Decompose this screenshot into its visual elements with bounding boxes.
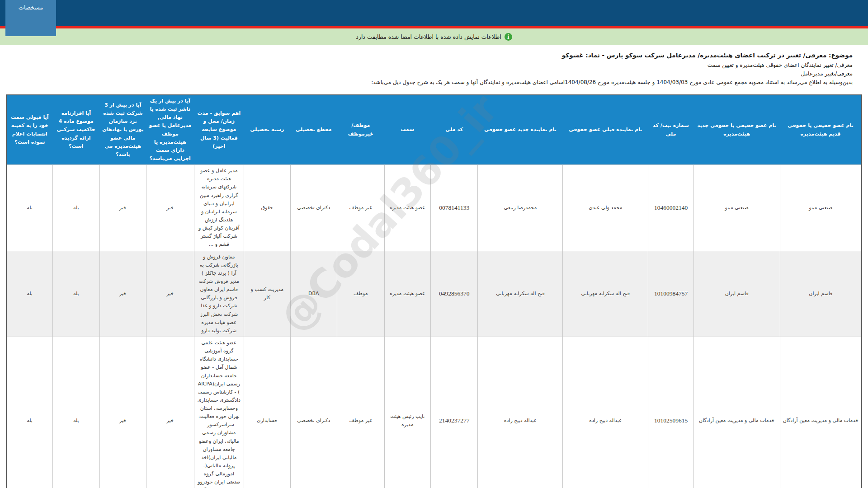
- table-cell: حسابداری: [244, 337, 290, 488]
- table-cell: محمد ولی عیدی: [563, 165, 648, 251]
- table-row: خدمات مالی و مدیریت معین آزادگانخدمات ما…: [6, 337, 862, 488]
- table-cell: فتح اله شکرانه مهربانی: [563, 251, 648, 337]
- table-header-cell: آیا اقرارنامه موضوع ماده 4 حاکمیت شرکتی …: [53, 95, 99, 165]
- table-cell: 10100984757: [648, 251, 693, 337]
- info-icon: i: [505, 33, 512, 41]
- table-cell: 0492856370: [431, 251, 478, 337]
- table-cell: عضو هیئت علمی گروه آموزشی حسابداری دانشگ…: [194, 337, 244, 488]
- table-cell: قاسم ایران: [693, 251, 780, 337]
- table-cell: فتح اله شکرانه مهربانی: [478, 251, 563, 337]
- table-header-cell: مقطع تحصیلی: [290, 95, 337, 165]
- table-cell: بله: [53, 165, 99, 251]
- table-cell: بله: [6, 337, 53, 488]
- top-header-bar: مشخصات: [0, 0, 868, 26]
- table-header-cell: آیا در بیش از یک ناشر ثبت شده یا نهاد ما…: [146, 95, 194, 165]
- info-bar: i اطلاعات نمایش داده شده با اطلاعات امضا…: [0, 28, 868, 45]
- table-cell: بله: [53, 251, 99, 337]
- intro-line-ceo: معرفی/تغییر مدیرعامل: [15, 70, 853, 77]
- table-header-cell: نام نماینده جدید عضو حقوقی: [478, 95, 563, 165]
- table-cell: غیر موظف: [337, 165, 384, 251]
- intro-line-representatives: معرفی/ تغییر نمایندگان اعضای حقوقی هیئت‌…: [15, 62, 853, 68]
- table-cell: بله: [6, 251, 53, 337]
- table-cell: خیر: [99, 165, 146, 251]
- table-cell: غیر موظف: [337, 337, 384, 488]
- table-cell: محمدرضا ربیعی: [478, 165, 563, 251]
- table-cell: موظف: [337, 251, 384, 337]
- table-header-cell: آیا در بیش از 3 شرکت ثبت شده نزد سازمان …: [99, 95, 146, 165]
- table-header-row: نام عضو حقیقی یا حقوقی قدیم هیئت‌مدیرهنا…: [6, 95, 862, 165]
- board-members-table: نام عضو حقیقی یا حقوقی قدیم هیئت‌مدیرهنا…: [6, 94, 862, 488]
- table-cell: بله: [6, 165, 53, 251]
- table-header-cell: کد ملی: [431, 95, 478, 165]
- table-header-cell: سمت: [384, 95, 430, 165]
- table-header-cell: اهم سوابق - مدت زمان/ محل و موضوع سابقه …: [194, 95, 244, 165]
- table-cell: DBA: [290, 251, 337, 337]
- table-cell: صنعتی مینو: [780, 165, 862, 251]
- table-cell: صنعتی مینو: [693, 165, 780, 251]
- table-cell: دکترای تخصصی: [290, 165, 337, 251]
- table-row: قاسم ایرانقاسم ایران10100984757فتح اله ش…: [6, 251, 862, 337]
- board-members-table-wrapper: نام عضو حقیقی یا حقوقی قدیم هیئت‌مدیرهنا…: [6, 94, 862, 488]
- table-header-cell: شماره ثبت/ کد ملی: [648, 95, 693, 165]
- page-title: موضوع: معرفی/ تغییر در ترکیب اعضای هیئت‌…: [15, 52, 853, 59]
- table-cell: خیر: [99, 251, 146, 337]
- table-cell: خدمات مالی و مدیریت معین آزادگان: [693, 337, 780, 488]
- table-cell: معاون فروش و بازرگانی شرکت به آرا ( برند…: [194, 251, 244, 337]
- table-cell: عبداله ذبیح زاده: [478, 337, 563, 488]
- table-header-cell: نام نماینده قبلی عضو حقوقی: [563, 95, 648, 165]
- table-header-cell: نام عضو حقیقی یا حقوقی قدیم هیئت‌مدیره: [780, 95, 862, 165]
- table-cell: مدیریت کسب و کار: [244, 251, 290, 337]
- table-cell: خیر: [99, 337, 146, 488]
- tab-specifications-label: مشخصات: [19, 4, 43, 11]
- intro-block: موضوع: معرفی/ تغییر در ترکیب اعضای هیئت‌…: [15, 52, 853, 85]
- intro-line-description: بدین‌وسیله به اطلاع می‌رساند به استناد م…: [15, 79, 853, 85]
- table-cell: نایب رئیس هیئت مدیره: [384, 337, 430, 488]
- table-cell: قاسم ایران: [780, 251, 862, 337]
- table-header-cell: موظف/ غیرموظف: [337, 95, 384, 165]
- table-cell: 10460002140: [648, 165, 693, 251]
- tab-specifications[interactable]: مشخصات: [5, 0, 56, 36]
- table-cell: عبداله ذبیح زاده: [563, 337, 648, 488]
- table-cell: عضو هیئت مدیره: [384, 251, 430, 337]
- table-cell: عضو هیئت مدیره: [384, 165, 430, 251]
- table-cell: خیر: [146, 251, 194, 337]
- table-cell: مدیر عامل و عضو هیئت مدیره شرکتهای سرمای…: [194, 165, 244, 251]
- table-header-cell: رشته تحصیلی: [244, 95, 290, 165]
- table-cell: خیر: [146, 337, 194, 488]
- table-header-cell: نام عضو حقیقی یا حقوقی جدید هیئت‌مدیره: [693, 95, 780, 165]
- table-cell: خدمات مالی و مدیریت معین آزادگان: [780, 337, 862, 488]
- table-cell: بله: [53, 337, 99, 488]
- table-cell: حقوق: [244, 165, 290, 251]
- table-header-cell: آیا قبولی سمت خود را به کمیته انتصابات ا…: [6, 95, 53, 165]
- info-bar-text: اطلاعات نمایش داده شده با اطلاعات امضا ش…: [356, 33, 501, 40]
- table-cell: 2140237277: [431, 337, 478, 488]
- table-cell: 10102509615: [648, 337, 693, 488]
- table-cell: دکترای تخصصی: [290, 337, 337, 488]
- table-row: صنعتی مینوصنعتی مینو10460002140محمد ولی …: [6, 165, 862, 251]
- table-cell: 0078141133: [431, 165, 478, 251]
- table-cell: خیر: [146, 165, 194, 251]
